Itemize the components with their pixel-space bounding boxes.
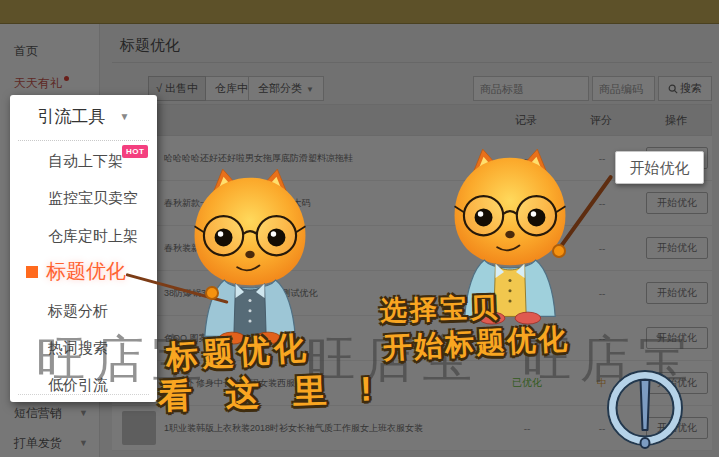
hot-badge: HOT [122,145,148,158]
annotation-look-here: 看 这 里 ! [157,366,384,420]
active-bullet-icon [26,266,38,278]
chevron-down-icon: ▼ [120,111,130,122]
menu-item-title-optimization[interactable]: 标题优化 [10,253,157,290]
divider [18,140,149,141]
divider [18,394,149,395]
browser-top-bar [0,0,719,24]
fox-mascot-left [186,164,314,345]
fox-paw [552,244,566,258]
start-optimize-tooltip-button[interactable]: 开始优化 [615,151,704,184]
popup-menu-title[interactable]: 引流工具▼ [10,105,157,128]
fox-paw [205,286,219,300]
menu-item-monitor-soldout[interactable]: 监控宝贝卖空 [10,179,157,216]
menu-item-auto-shelving[interactable]: 自动上下架HOT [10,142,157,179]
menu-item-title-analysis[interactable]: 标题分析 [10,292,157,329]
exclamation-icon [605,368,685,457]
menu-item-scheduled-shelving[interactable]: 仓库定时上架 [10,217,157,254]
app-window: 首页 天天有礼 短信营销▼ 打单发货▼ 标题优化 √ 出售中 仓库中 全部分类▼… [0,0,719,457]
